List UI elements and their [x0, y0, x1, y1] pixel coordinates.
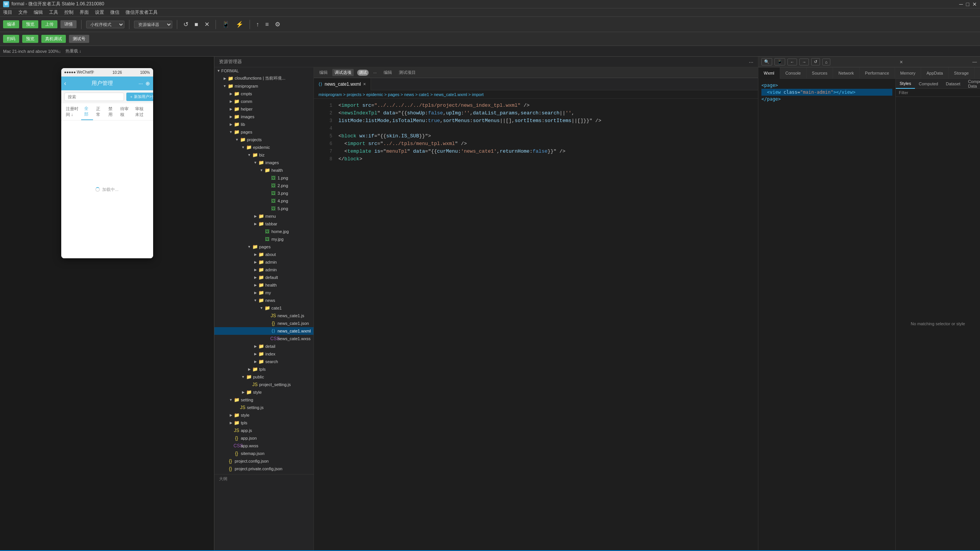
menu-item-settings[interactable]: 设置	[95, 9, 104, 16]
phone-add-user-btn[interactable]: ＋ 新加用户>资料	[126, 93, 153, 101]
tree-item-app-json[interactable]: {} app.json	[214, 434, 314, 442]
devtools-tab-security[interactable]: Security	[975, 67, 980, 79]
menu-item-edit[interactable]: 编辑	[34, 9, 43, 16]
devtools-tab-appdata[interactable]: AppData	[921, 67, 949, 79]
tree-item-1png[interactable]: 🖼 1.png	[214, 174, 314, 182]
dom-panel[interactable]: <page> <view class="main-admin"></view> …	[758, 79, 896, 550]
tree-item-comm[interactable]: ▶ 📁 comm	[214, 98, 314, 105]
devtools-tab-wxml[interactable]: Wxml	[758, 67, 780, 79]
devtools-device-btn[interactable]: 📱	[774, 58, 785, 65]
devtools-tab-storage[interactable]: Storage	[949, 67, 975, 79]
phone-more-icon[interactable]: ···	[139, 80, 143, 86]
tree-item-cmpts[interactable]: ▶ 📁 cmpts	[214, 90, 314, 98]
editor-toolbar-edit[interactable]: 编辑	[317, 69, 330, 76]
tree-item-tabbar[interactable]: ▶ 📁 tabbar	[214, 220, 314, 228]
tree-item-about[interactable]: ▶ 📁 about	[214, 251, 314, 258]
menu-item-wechat[interactable]: 微信	[110, 9, 119, 16]
editor-toolbar-more[interactable]: ···	[371, 70, 379, 76]
tree-item-admin2[interactable]: ▶ 📁 admin	[214, 266, 314, 274]
code-editor[interactable]: 1 <import src="../../../../../tpls/proje…	[314, 99, 758, 550]
tree-item-default[interactable]: ▶ 📁 default	[214, 274, 314, 281]
stop-btn[interactable]: ■	[193, 20, 200, 29]
minimize-btn[interactable]: ─	[959, 1, 963, 7]
tree-item-index[interactable]: ▶ 📁 index	[214, 350, 314, 358]
tree-item-health[interactable]: ▼ 📁 health	[214, 166, 314, 174]
refresh-btn[interactable]: ↺	[182, 20, 190, 29]
devtools-home[interactable]: ⌂	[822, 59, 830, 65]
devtools-tab-sources[interactable]: Sources	[807, 67, 833, 79]
tree-item-projects[interactable]: ▼ 📁 projects	[214, 136, 314, 143]
scan-btn[interactable]: 扫码	[3, 35, 19, 43]
tree-item-cate1[interactable]: ▼ 📁 cate1	[214, 304, 314, 312]
detail-btn[interactable]: 详情	[60, 20, 77, 28]
menu-item-control[interactable]: 控制	[64, 9, 74, 16]
real-debug-btn[interactable]: 真机调试	[41, 35, 66, 43]
simulator-toggle-btn[interactable]: 📱	[220, 20, 231, 29]
tree-item-public[interactable]: ▼ 📁 public	[214, 373, 314, 381]
tree-item-news-cate1-wxml[interactable]: ⟨⟩ news_cate1.wxml	[214, 327, 314, 335]
settings-icon-btn[interactable]: ⚙	[273, 20, 282, 29]
tree-item-2png[interactable]: 🖼 2.png	[214, 182, 314, 189]
menu-item-devtools[interactable]: 微信开发者工具	[126, 9, 158, 16]
tree-item-project-setting-js[interactable]: JS project_setting.js	[214, 381, 314, 388]
tree-item-setting-js[interactable]: JS setting.js	[214, 404, 314, 411]
menu-item-tools[interactable]: 工具	[49, 9, 58, 16]
compile-btn[interactable]: 编译	[3, 20, 19, 28]
phone-add-icon[interactable]: ⊕	[145, 80, 150, 86]
phone-tab-pending[interactable]: 待审核	[117, 104, 132, 120]
tree-item-search[interactable]: ▶ 📁 search	[214, 358, 314, 365]
upload-icon-btn[interactable]: ↑	[255, 20, 261, 29]
devtools-tab-performance[interactable]: Performance	[860, 67, 895, 79]
tree-item-style2[interactable]: ▶ 📁 style	[214, 411, 314, 419]
tree-item-news-cate1-wxss[interactable]: CSS news_cate1.wxss	[214, 335, 314, 342]
tree-item-app-wxss[interactable]: CSS app.wxss	[214, 442, 314, 450]
devtools-inspect-btn[interactable]: 🔍	[761, 58, 772, 65]
tree-item-5png[interactable]: 🖼 5.png	[214, 205, 314, 212]
tree-item-biz-images[interactable]: ▼ 📁 images	[214, 159, 314, 166]
compile-icon-btn[interactable]: ⚡	[234, 20, 245, 29]
phone-tab-rejected[interactable]: 审核未过	[132, 104, 150, 120]
editor-toolbar-testproj[interactable]: 测试项目	[397, 69, 418, 76]
preview-btn[interactable]: 预览	[22, 20, 38, 28]
mode-select[interactable]: 小程序模式	[86, 21, 124, 28]
tree-item-news-cate1-json[interactable]: {} news_cate1.json	[214, 320, 314, 327]
tree-item-3png[interactable]: 🖼 3.png	[214, 189, 314, 197]
tree-item-sitemap-json[interactable]: {} sitemap.json	[214, 450, 314, 457]
tree-item-detail[interactable]: ▶ 📁 detail	[214, 342, 314, 350]
tree-item-lib[interactable]: ▶ 📁 lib	[214, 121, 314, 128]
tree-item-pages[interactable]: ▼ 📁 pages	[214, 128, 314, 136]
devtools-close-btn[interactable]: ×	[900, 59, 903, 65]
tree-item-myjpg[interactable]: 🖼 my.jpg	[214, 235, 314, 243]
menu-item-interface[interactable]: 界面	[80, 9, 89, 16]
dom-line-view[interactable]: <view class="main-admin"></view>	[761, 89, 892, 96]
styles-tab-styles[interactable]: Styles	[896, 79, 915, 89]
phone-tab-all[interactable]: 全部	[81, 103, 93, 120]
tree-item-project-config-json[interactable]: {} project.config.json	[214, 457, 314, 465]
tree-item-tpls2[interactable]: ▶ 📁 tpls	[214, 419, 314, 427]
tree-item-menu[interactable]: ▶ 📁 menu	[214, 212, 314, 220]
devtools-tab-console[interactable]: Console	[780, 67, 807, 79]
tree-item-epidemic[interactable]: ▼ 📁 epidemic	[214, 143, 314, 151]
tree-item-health2[interactable]: ▶ 📁 health	[214, 281, 314, 289]
tree-item-miniprogram[interactable]: ▼ 📁 miniprogram	[214, 82, 314, 90]
editor-tab-active[interactable]: ⟨⟩ news_cate1.wxml ×	[314, 78, 371, 90]
tree-item-project-private-json[interactable]: {} project.private.config.json	[214, 465, 314, 473]
devtools-tab-memory[interactable]: Memory	[895, 67, 921, 79]
editor-toolbar-edit2[interactable]: 编辑	[381, 69, 394, 76]
backend-select[interactable]: 资源编译器	[134, 21, 172, 28]
devtools-hide-btn[interactable]: —	[972, 59, 977, 65]
tree-item-news[interactable]: ▼ 📁 news	[214, 297, 314, 304]
phone-tab-disabled[interactable]: 禁用	[105, 104, 117, 120]
tree-item-setting[interactable]: ▼ 📁 setting	[214, 396, 314, 404]
maximize-btn[interactable]: □	[966, 1, 969, 7]
tree-item-4png[interactable]: 🖼 4.png	[214, 197, 314, 205]
tree-item-helper[interactable]: ▶ 📁 helper	[214, 105, 314, 113]
upload-btn[interactable]: 上传	[41, 20, 57, 28]
tree-item-admin1[interactable]: ▶ 📁 admin	[214, 258, 314, 266]
editor-toolbar-debug[interactable]: 调试选项	[332, 69, 354, 76]
tree-item-my[interactable]: ▶ 📁 my	[214, 289, 314, 297]
tree-item-images[interactable]: ▶ 📁 images	[214, 113, 314, 121]
preview2-btn[interactable]: 预览	[22, 35, 38, 43]
tree-item-epidemic-pages[interactable]: ▼ 📁 pages	[214, 243, 314, 251]
devtools-tab-network[interactable]: Network	[833, 67, 859, 79]
